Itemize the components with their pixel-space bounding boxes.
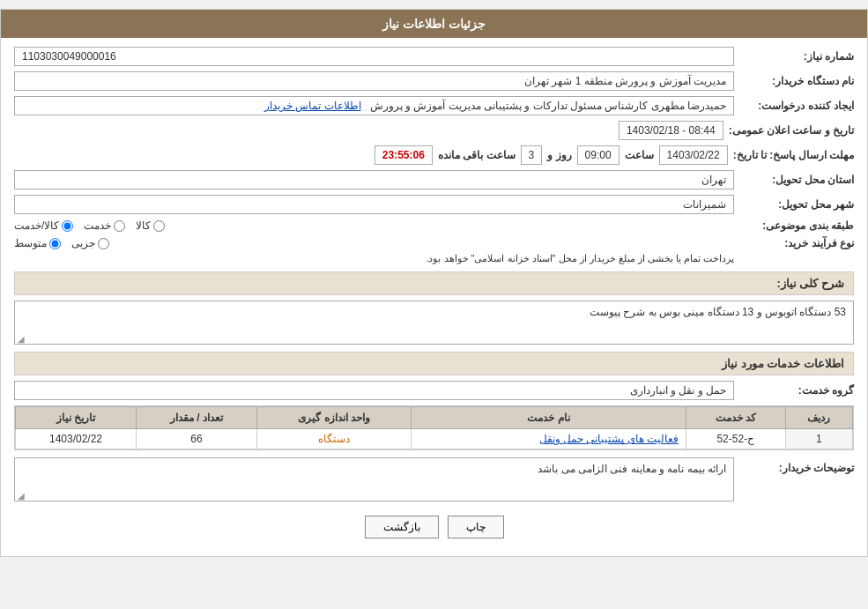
page-title: جزئیات اطلاعات نیاز — [1, 10, 867, 38]
province-label: استان محل تحویل: — [739, 174, 854, 186]
cell-unit: دستگاه — [256, 429, 411, 449]
service-group-label: گروه خدمت: — [739, 384, 854, 397]
purchase-radio-motavasset[interactable] — [49, 238, 61, 249]
reply-time-label: ساعت — [625, 149, 654, 161]
category-radio-kala[interactable] — [153, 220, 165, 232]
need-desc-section-header: شرح کلی نیاز: — [14, 271, 854, 295]
remaining-value: 23:55:06 — [375, 145, 433, 165]
buyer-desc-resize: ◢ — [16, 491, 25, 500]
days-label: روز و — [547, 149, 571, 161]
city-value: شمیرانات — [14, 195, 734, 214]
need-number-value: 1103030049000016 — [14, 47, 734, 66]
service-group-value: حمل و نقل و انبارداری — [14, 381, 734, 400]
purchase-option-motavasset[interactable]: متوسط — [14, 237, 61, 249]
cell-qty: 66 — [137, 429, 257, 449]
purchase-note: پرداخت تمام یا بخشی از مبلغ خریدار از مح… — [14, 253, 734, 264]
buyer-name-label: نام دستگاه خریدار: — [739, 75, 854, 87]
purchase-option-jozii[interactable]: جزیی — [71, 237, 109, 249]
category-label: طبقه بندی موضوعی: — [739, 219, 854, 232]
cell-name[interactable]: فعالیت های پشتیبانی حمل ونقل — [412, 429, 686, 449]
cell-num: 1 — [785, 429, 852, 449]
need-number-label: شماره نیاز: — [739, 50, 854, 63]
cell-date: 1403/02/22 — [16, 429, 137, 449]
category-options: کالا خدمت کالا/خدمت — [14, 219, 734, 232]
services-table: ردیف کد خدمت نام خدمت واحد اندازه گیری ت… — [14, 405, 854, 450]
col-header-name: نام خدمت — [412, 407, 686, 429]
contact-link[interactable]: اطلاعات تماس خریدار — [264, 100, 361, 112]
table-row: 1 ح-52-52 فعالیت های پشتیبانی حمل ونقل د… — [16, 429, 853, 449]
category-option-khedmat[interactable]: خدمت — [84, 219, 125, 232]
resize-handle: ◢ — [16, 334, 25, 343]
col-header-date: تاریخ نیاز — [16, 407, 137, 429]
purchase-label-jozii: جزیی — [71, 237, 95, 249]
purchase-radio-jozii[interactable] — [98, 238, 109, 249]
purchase-label-motavasset: متوسط — [14, 237, 47, 249]
province-value: تهران — [14, 170, 734, 189]
back-button[interactable]: بازگشت — [365, 516, 439, 538]
creator-text: حمیدرضا مطهری کارشناس مسئول تدارکات و پش… — [370, 100, 726, 112]
creator-value: حمیدرضا مطهری کارشناس مسئول تدارکات و پش… — [14, 96, 734, 115]
need-desc-value: 53 دستگاه اتوبوس و 13 دستگاه مینی بوس به… — [14, 301, 854, 345]
col-header-code: کد خدمت — [686, 407, 785, 429]
reply-time-value: 09:00 — [577, 145, 619, 165]
city-label: شهر محل تحویل: — [739, 198, 854, 211]
buyer-desc-label: توضیحات خریدار: — [739, 457, 854, 474]
category-label-kala: کالا — [136, 219, 151, 232]
buyer-name-value: مدیریت آموزش و پرورش منطقه 1 شهر تهران — [14, 71, 734, 91]
category-radio-khedmat[interactable] — [114, 220, 125, 232]
announce-date-label: تاریخ و ساعت اعلان عمومی: — [729, 124, 854, 137]
category-label-khedmat: خدمت — [84, 219, 111, 232]
announce-date-value: 1403/02/18 - 08:44 — [619, 121, 723, 140]
category-radio-kala-khedmat[interactable] — [62, 220, 73, 232]
days-value: 3 — [521, 145, 543, 165]
col-header-num: ردیف — [785, 407, 852, 429]
category-option-kala-khedmat[interactable]: کالا/خدمت — [14, 219, 73, 232]
purchase-type-label: نوع فرآیند خرید: — [739, 237, 854, 249]
buyer-desc-value: ارائه بیمه نامه و معاینه فنی الزامی می ب… — [14, 457, 734, 501]
creator-label: ایجاد کننده درخواست: — [739, 100, 854, 112]
category-option-kala[interactable]: کالا — [136, 219, 165, 232]
reply-deadline-label: مهلت ارسال پاسخ: تا تاریخ: — [733, 149, 854, 161]
cell-code: ح-52-52 — [686, 429, 785, 449]
footer-buttons: چاپ بازگشت — [14, 507, 854, 547]
col-header-unit: واحد اندازه گیری — [256, 407, 411, 429]
remaining-label: ساعت باقی مانده — [438, 149, 516, 161]
col-header-qty: تعداد / مقدار — [137, 407, 257, 429]
services-section-header: اطلاعات خدمات مورد نیاز — [14, 352, 854, 375]
reply-date-value: 1403/02/22 — [659, 145, 728, 165]
print-button[interactable]: چاپ — [448, 516, 504, 538]
category-label-kala-khedmat: کالا/خدمت — [14, 219, 59, 232]
